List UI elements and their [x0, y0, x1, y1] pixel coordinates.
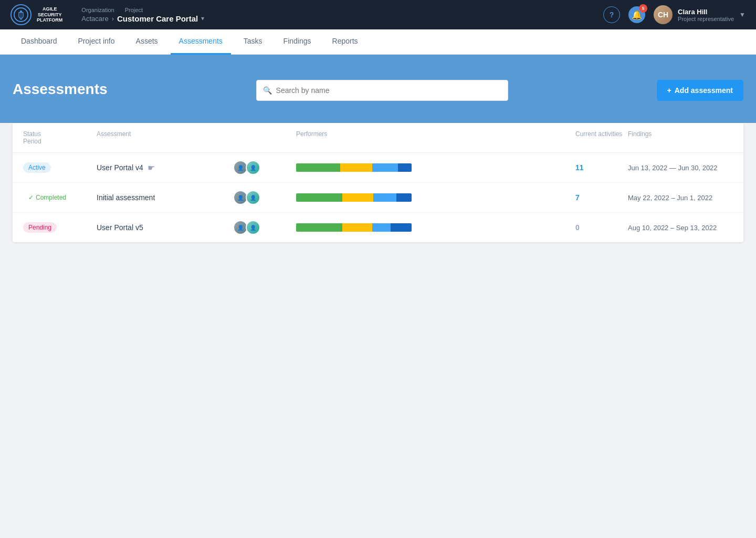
org-label: Organization: [81, 7, 114, 13]
period-cell: Jun 13, 2022 — Jun 30, 2022: [628, 163, 733, 172]
col-assessment: Assessment: [97, 130, 296, 138]
assessments-table: Status Assessment Performers Current act…: [13, 123, 743, 242]
nav-tasks[interactable]: Tasks: [235, 29, 271, 55]
bar-segment-yellow: [342, 223, 372, 232]
bar-segment-blue-dark: [396, 193, 412, 202]
topbar-actions: ? 🔔 5 CH Clara Hill Project representati…: [603, 5, 746, 24]
performer-avatar: 👤: [246, 220, 260, 235]
bar-segment-blue-light: [372, 163, 397, 172]
breadcrumb-area: Organization Project Actacare › Customer…: [81, 7, 204, 23]
nav-assessments[interactable]: Assessments: [171, 29, 231, 55]
period-value: May 22, 2022 – Jun 1, 2022: [628, 194, 712, 202]
table-row[interactable]: Active User Portal v4 ☛ 👤 👤 11: [13, 153, 743, 183]
bar-segment-blue-light: [372, 223, 391, 232]
activity-bar: [296, 193, 412, 202]
performers-cell: 👤 👤: [233, 160, 296, 175]
col-activities: Current activities: [575, 130, 628, 138]
table-row[interactable]: Pending User Portal v5 👤 👤 0: [13, 213, 743, 242]
plus-icon: +: [667, 86, 671, 95]
bar-segment-blue-dark: [391, 223, 412, 232]
activity-bar-cell: [296, 193, 575, 202]
nav-findings[interactable]: Findings: [275, 29, 320, 55]
logo-text: AGILE SECURITY PLATFORM: [37, 6, 62, 23]
avatar: CH: [654, 5, 673, 24]
period-value: Jun 13, 2022 — Jun 30, 2022: [628, 164, 718, 172]
assessment-cell: User Portal v5: [97, 223, 233, 232]
bar-segment-blue-light: [373, 193, 396, 202]
activity-bar: [296, 223, 412, 232]
bar-segment-green: [296, 163, 340, 172]
breadcrumb-separator: ›: [112, 15, 114, 23]
bar-segment-green: [296, 193, 342, 202]
page-banner: Assessments 🔍 + Add assessment: [0, 55, 756, 123]
logo-icon: [10, 4, 32, 25]
activity-bar-cell: [296, 223, 575, 232]
activity-bar: [296, 163, 412, 172]
user-role: Project representative: [678, 16, 734, 22]
secondary-nav: Dashboard Project info Assets Assessment…: [0, 29, 756, 55]
search-area: 🔍: [118, 76, 646, 101]
findings-cell: 7: [575, 193, 628, 202]
search-icon: 🔍: [263, 86, 272, 95]
bar-segment-blue-dark: [398, 163, 412, 172]
search-box: 🔍: [256, 80, 508, 101]
bar-segment-yellow: [340, 163, 373, 172]
notification-badge: 5: [639, 4, 647, 13]
search-input[interactable]: [276, 86, 501, 95]
col-performers: Performers: [296, 130, 575, 138]
assessment-cell: User Portal v4 ☛: [97, 163, 233, 173]
page-title: Assessments: [13, 76, 108, 98]
cursor-icon: ☛: [148, 163, 155, 173]
performers-cell: 👤 👤: [233, 220, 296, 235]
period-cell: May 22, 2022 – Jun 1, 2022: [628, 193, 733, 202]
status-badge: Pending: [23, 222, 97, 233]
assessment-name: User Portal v5: [97, 223, 143, 232]
nav-assets[interactable]: Assets: [128, 29, 166, 55]
project-label: Project: [125, 7, 143, 13]
add-assessment-button[interactable]: + Add assessment: [657, 80, 743, 101]
bar-segment-yellow: [342, 193, 373, 202]
breadcrumb-org[interactable]: Actacare: [81, 15, 108, 23]
main-content: Status Assessment Performers Current act…: [0, 123, 756, 255]
performers-cell: 👤 👤: [233, 190, 296, 205]
breadcrumb-chevron-icon[interactable]: ▾: [201, 15, 204, 22]
nav-dashboard[interactable]: Dashboard: [13, 29, 66, 55]
assessment-name: User Portal v4: [97, 163, 143, 172]
assessment-cell: Initial assessment: [97, 193, 233, 202]
table-header: Status Assessment Performers Current act…: [13, 123, 743, 153]
findings-cell: 0: [575, 223, 628, 232]
notifications-button[interactable]: 🔔 5: [628, 6, 645, 23]
assessment-name: Initial assessment: [97, 193, 155, 202]
findings-value[interactable]: 0: [575, 223, 580, 232]
help-button[interactable]: ?: [603, 6, 620, 23]
performer-avatar: 👤: [246, 190, 260, 205]
nav-reports[interactable]: Reports: [324, 29, 366, 55]
checkmark-icon: ✓: [28, 194, 34, 201]
breadcrumb-project[interactable]: Customer Care Portal: [117, 14, 198, 23]
status-badge: ✓ Completed: [23, 192, 97, 203]
user-chevron-icon: ▼: [739, 11, 746, 18]
findings-value[interactable]: 7: [575, 193, 580, 202]
period-cell: Aug 10, 2022 – Sep 13, 2022: [628, 223, 733, 232]
period-value: Aug 10, 2022 – Sep 13, 2022: [628, 224, 717, 232]
col-period: Period: [23, 138, 97, 145]
findings-cell: 11: [575, 163, 628, 172]
table-row[interactable]: ✓ Completed Initial assessment 👤 👤 7: [13, 183, 743, 213]
findings-value[interactable]: 11: [575, 163, 584, 172]
logo-area: AGILE SECURITY PLATFORM: [10, 4, 62, 25]
breadcrumb: Actacare › Customer Care Portal ▾: [81, 14, 204, 23]
bar-segment-green: [296, 223, 342, 232]
topbar: AGILE SECURITY PLATFORM Organization Pro…: [0, 0, 756, 29]
performer-avatar: 👤: [246, 160, 260, 175]
user-info: Clara Hill Project representative: [678, 8, 734, 22]
user-name: Clara Hill: [678, 8, 734, 16]
col-findings: Findings: [628, 130, 733, 138]
status-badge: Active: [23, 162, 97, 173]
nav-project-info[interactable]: Project info: [70, 29, 123, 55]
activity-bar-cell: [296, 163, 575, 172]
col-status: Status: [23, 130, 97, 138]
user-menu[interactable]: CH Clara Hill Project representative ▼: [654, 5, 746, 24]
